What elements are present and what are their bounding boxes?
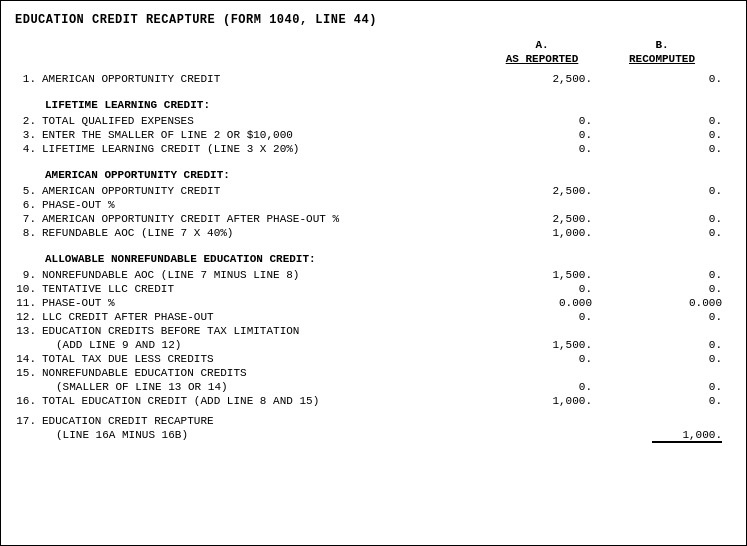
section-lifetime-label: LIFETIME LEARNING CREDIT: bbox=[45, 99, 732, 111]
col-b-header: B. bbox=[602, 39, 722, 51]
table-row: 2. TOTAL QUALIFED EXPENSES 0. 0. bbox=[15, 115, 732, 127]
table-row: 6. PHASE-OUT % bbox=[15, 199, 732, 211]
col-a-header: A. bbox=[482, 39, 602, 51]
table-row: 16. TOTAL EDUCATION CREDIT (ADD LINE 8 A… bbox=[15, 395, 732, 407]
column-subheaders: AS REPORTED RECOMPUTED bbox=[15, 53, 732, 65]
col-b-subheader: RECOMPUTED bbox=[602, 53, 722, 65]
column-headers: A. B. bbox=[15, 39, 732, 51]
table-row: 7. AMERICAN OPPORTUNITY CREDIT AFTER PHA… bbox=[15, 213, 732, 225]
final-value: 1,000. bbox=[652, 429, 722, 443]
page: EDUCATION CREDIT RECAPTURE (FORM 1040, L… bbox=[0, 0, 747, 546]
table-row: 8. REFUNDABLE AOC (LINE 7 X 40%) 1,000. … bbox=[15, 227, 732, 239]
col-a-subheader: AS REPORTED bbox=[482, 53, 602, 65]
table-row: 4. LIFETIME LEARNING CREDIT (LINE 3 X 20… bbox=[15, 143, 732, 155]
table-row: (ADD LINE 9 AND 12) 1,500. 0. bbox=[15, 339, 732, 351]
table-row: 9. NONREFUNDABLE AOC (LINE 7 MINUS LINE … bbox=[15, 269, 732, 281]
table-row: 17. EDUCATION CREDIT RECAPTURE bbox=[15, 415, 732, 427]
table-row: 3. ENTER THE SMALLER OF LINE 2 OR $10,00… bbox=[15, 129, 732, 141]
table-row: 12. LLC CREDIT AFTER PHASE-OUT 0. 0. bbox=[15, 311, 732, 323]
table-row: 5. AMERICAN OPPORTUNITY CREDIT 2,500. 0. bbox=[15, 185, 732, 197]
table-row: 11. PHASE-OUT % 0.000 0.000 bbox=[15, 297, 732, 309]
section-allowable-label: ALLOWABLE NONREFUNDABLE EDUCATION CREDIT… bbox=[45, 253, 732, 265]
section-aoc-label: AMERICAN OPPORTUNITY CREDIT: bbox=[45, 169, 732, 181]
table-row: 14. TOTAL TAX DUE LESS CREDITS 0. 0. bbox=[15, 353, 732, 365]
page-title: EDUCATION CREDIT RECAPTURE (FORM 1040, L… bbox=[15, 13, 732, 27]
table-row: 13. EDUCATION CREDITS BEFORE TAX LIMITAT… bbox=[15, 325, 732, 337]
table-row: (SMALLER OF LINE 13 OR 14) 0. 0. bbox=[15, 381, 732, 393]
table-row: 1. AMERICAN OPPORTUNITY CREDIT 2,500. 0. bbox=[15, 73, 732, 85]
table-row: 15. NONREFUNDABLE EDUCATION CREDITS bbox=[15, 367, 732, 379]
table-row: (LINE 16A MINUS 16B) 1,000. bbox=[15, 429, 732, 443]
table-row: 10. TENTATIVE LLC CREDIT 0. 0. bbox=[15, 283, 732, 295]
